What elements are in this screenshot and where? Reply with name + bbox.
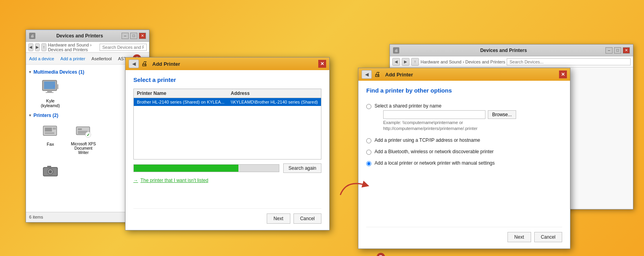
right-back-nav[interactable]: ◀ [392, 58, 400, 66]
right-bg-address-bar: ◀ ▶ ↑ Hardware and Sound › Devices and P… [390, 56, 633, 67]
svg-rect-7 [45, 128, 52, 132]
radio-opt2-label[interactable]: Add a printer using a TCP/IP address or … [375, 137, 480, 143]
address-text: Hardware and Sound › Devices and Printer… [48, 43, 98, 52]
right-search-input[interactable] [507, 58, 631, 65]
radio-opt3[interactable] [366, 150, 371, 155]
next-button-left[interactable]: Next [267, 213, 290, 224]
radio-opt3-label[interactable]: Add a Bluetooth, wireless or network dis… [375, 149, 494, 154]
add-printer-dialog-right: ◀ 🖨 Add Printer ✕ Find a printer by othe… [358, 68, 570, 249]
printer-row-selected[interactable]: Brother HL-2140 series (Shared) on KYLEA… [134, 98, 321, 106]
xps-label: Microsoft XPS Document Writer [69, 142, 98, 155]
status-text: 6 items [29, 215, 43, 219]
search-again-button[interactable]: Search again [283, 163, 321, 173]
printer-name-cell: Brother HL-2140 series (Shared) on KYLEA… [134, 98, 228, 106]
fax-device[interactable]: Fax [35, 120, 66, 156]
forward-nav-button[interactable]: ▶ [35, 43, 40, 51]
window-icon: 🖨 [29, 33, 35, 39]
svg-rect-2 [57, 84, 58, 89]
shared-printer-name-input[interactable] [383, 110, 485, 119]
right-bg-controls: – □ ✕ [605, 47, 630, 54]
add-printer-close-right[interactable]: ✕ [559, 70, 567, 78]
minimize-button[interactable]: – [122, 33, 129, 39]
next-button-right[interactable]: Next [507, 232, 531, 242]
right-close-button[interactable]: ✕ [623, 47, 630, 54]
printer-options-group: Select a shared printer by name Browse..… [366, 103, 562, 166]
dialog-left-footer: Next Cancel [133, 208, 321, 224]
back-nav-button[interactable]: ◀ [28, 43, 33, 51]
xps-device[interactable]: ✓ Microsoft XPS Document Writer [68, 120, 99, 156]
add-printer-titlebar-left: ◀ 🖨 Add Printer ✕ [125, 58, 329, 70]
monitor-icon: ♪ [41, 78, 60, 97]
right-bg-title: Devices and Printers [402, 48, 605, 53]
right-bg-titlebar: 🖨 Devices and Printers – □ ✕ [390, 45, 633, 56]
dialog-right-heading: Find a printer by other options [366, 87, 562, 94]
add-printer-title-left: Add Printer [152, 61, 316, 67]
up-nav-button[interactable]: ↑ [41, 43, 46, 51]
radio-opt4[interactable] [366, 161, 371, 166]
shared-printer-input-row: Browse... [383, 110, 516, 119]
dialog-back-button-left[interactable]: ◀ [129, 59, 139, 68]
add-printer-dialog-left: ◀ 🖨 Add Printer ✕ Select a printer Print… [125, 57, 330, 230]
dialog-left-body: Select a printer Printer Name Address Br… [125, 70, 329, 230]
asellertool-label: Asellertool [92, 56, 112, 61]
printer-not-listed-link[interactable]: The printer that I want isn't listed [133, 178, 321, 183]
add-printer-close-left[interactable]: ✕ [318, 60, 326, 68]
right-address-text: Hardware and Sound › Devices and Printer… [421, 59, 505, 64]
add-printer-title-right: Add Printer [385, 72, 557, 78]
progress-bar-outer [133, 164, 279, 172]
example-text: Example: \\computername\printername orht… [383, 120, 516, 132]
radio-item-2: Add a printer using a TCP/IP address or … [366, 137, 562, 143]
col-address: Address [228, 89, 321, 98]
add-printer-button[interactable]: Add a printer [61, 56, 85, 61]
dialog-back-button-right[interactable]: ◀ [362, 70, 372, 79]
kyle-device[interactable]: ♪ Kyle (kyleamd) [35, 76, 66, 109]
svg-rect-18 [47, 166, 51, 168]
svg-rect-12 [78, 128, 82, 130]
dialog-right-footer: Next Cancel [366, 227, 562, 242]
window-controls: – □ ✕ [122, 33, 146, 39]
right-forward-nav[interactable]: ▶ [402, 58, 410, 66]
fax-label: Fax [47, 142, 54, 147]
cancel-button-left[interactable]: Cancel [293, 213, 321, 224]
badge-b: B [376, 253, 385, 256]
add-printer-titlebar-right: ◀ 🖨 Add Printer ✕ [358, 68, 570, 81]
dialog-left-heading: Select a printer [133, 76, 321, 83]
fax-icon [41, 121, 60, 140]
svg-rect-8 [45, 132, 54, 134]
left-window-titlebar: 🖨 Devices and Printers – □ ✕ [26, 30, 149, 42]
maximize-button[interactable]: □ [130, 33, 137, 39]
dialog-right-body: Find a printer by other options Select a… [358, 81, 570, 249]
add-device-button[interactable]: Add a device [29, 56, 54, 61]
radio-opt4-label[interactable]: Add a local printer or network printer w… [375, 160, 495, 166]
svg-point-17 [49, 170, 52, 173]
camera-device[interactable] [35, 160, 66, 183]
printer-dialog-icon-right: 🖨 [374, 71, 380, 78]
printer-dialog-icon-left: 🖨 [141, 60, 148, 67]
col-printer-name: Printer Name [134, 89, 228, 98]
arrow-d [338, 177, 370, 198]
svg-rect-4 [47, 91, 52, 92]
svg-rect-5 [46, 92, 54, 93]
svg-rect-9 [53, 128, 56, 130]
kyle-device-label: Kyle (kyleamd) [36, 98, 65, 108]
radio-opt1[interactable] [366, 104, 371, 109]
camera-icon [41, 161, 60, 180]
left-window-title: Devices and Printers [38, 33, 122, 39]
radio-opt2[interactable] [366, 138, 371, 143]
radio-item-4: Add a local printer or network printer w… [366, 160, 562, 166]
cancel-button-right[interactable]: Cancel [534, 232, 562, 242]
close-button[interactable]: ✕ [139, 33, 146, 39]
radio-opt1-label[interactable]: Select a shared printer by name [375, 103, 441, 109]
search-input[interactable] [100, 44, 147, 51]
xps-printer-icon: ✓ [74, 121, 93, 140]
right-minimize-button[interactable]: – [605, 47, 613, 54]
radio-item-1: Select a shared printer by name Browse..… [366, 103, 562, 132]
svg-text:✓: ✓ [87, 133, 90, 137]
radio-item-3: Add a Bluetooth, wireless or network dis… [366, 149, 562, 155]
right-up-nav[interactable]: ↑ [411, 58, 419, 66]
right-bg-window-icon: 🖨 [393, 47, 399, 54]
browse-button[interactable]: Browse... [488, 110, 516, 119]
printer-list-table: Printer Name Address Brother HL-2140 ser… [133, 89, 321, 160]
printer-address-cell: \\KYLEAMD\Brother HL-2140 series (Shared… [228, 98, 321, 106]
right-maximize-button[interactable]: □ [614, 47, 621, 54]
